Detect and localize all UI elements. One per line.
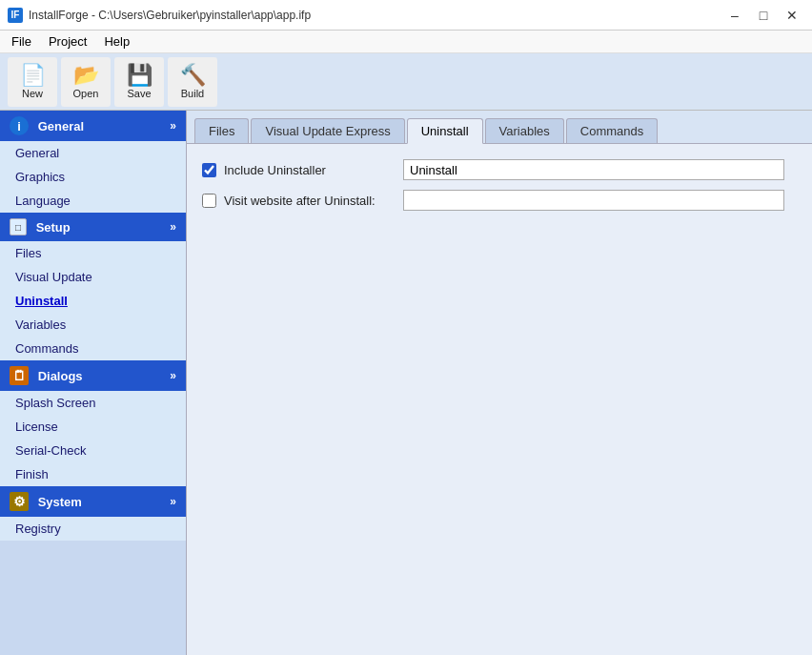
system-section-icon: ⚙ xyxy=(10,492,29,511)
sidebar-item-splash-screen[interactable]: Splash Screen xyxy=(0,391,186,415)
sidebar-item-serial-check[interactable]: Serial-Check xyxy=(0,439,186,462)
new-icon: 📄 xyxy=(20,65,46,86)
sidebar-item-variables[interactable]: Variables xyxy=(0,313,186,337)
close-button[interactable]: ✕ xyxy=(780,6,804,25)
visit-website-row: Visit website after Uninstall: xyxy=(202,190,797,211)
build-label: Build xyxy=(181,88,204,99)
sidebar-item-commands[interactable]: Commands xyxy=(0,337,186,360)
general-items: General Graphics Language xyxy=(0,141,186,213)
window-title: InstallForge - C:\Users\Gebruiker\pyinst… xyxy=(29,9,311,22)
tab-files[interactable]: Files xyxy=(194,118,249,143)
title-bar-left: IF InstallForge - C:\Users\Gebruiker\pyi… xyxy=(8,8,311,23)
new-label: New xyxy=(22,88,43,99)
menu-project[interactable]: Project xyxy=(41,32,94,51)
general-section-icon: i xyxy=(10,116,29,135)
app-icon: IF xyxy=(8,8,23,23)
sidebar-item-registry[interactable]: Registry xyxy=(0,517,186,541)
sidebar-item-language[interactable]: Language xyxy=(0,189,186,213)
sidebar: i General » General Graphics Language □ … xyxy=(0,111,187,655)
include-uninstaller-label: Include Uninstaller xyxy=(224,163,396,177)
system-chevron-icon: » xyxy=(170,495,176,508)
dialogs-section-label: Dialogs xyxy=(38,369,83,383)
sidebar-section-dialogs[interactable]: 🗒 Dialogs » xyxy=(0,360,186,391)
save-button[interactable]: 💾 Save xyxy=(114,57,164,107)
tab-visual-update-express[interactable]: Visual Update Express xyxy=(251,118,404,143)
build-icon: 🔨 xyxy=(180,65,206,86)
tab-commands[interactable]: Commands xyxy=(566,118,658,143)
build-button[interactable]: 🔨 Build xyxy=(168,57,217,107)
tab-variables[interactable]: Variables xyxy=(485,118,564,143)
uninstall-tab-content: Include Uninstaller Visit website after … xyxy=(187,144,812,655)
toolbar: 📄 New 📂 Open 💾 Save 🔨 Build xyxy=(0,53,812,111)
sidebar-item-license[interactable]: License xyxy=(0,415,186,439)
general-chevron-icon: » xyxy=(170,119,176,133)
open-icon: 📂 xyxy=(73,65,99,86)
save-icon: 💾 xyxy=(127,65,152,86)
sidebar-item-general[interactable]: General xyxy=(0,141,186,165)
tab-uninstall[interactable]: Uninstall xyxy=(407,118,483,144)
visit-website-label: Visit website after Uninstall: xyxy=(224,194,396,208)
setup-chevron-icon: » xyxy=(170,220,176,234)
dialogs-chevron-icon: » xyxy=(170,369,176,382)
sidebar-item-graphics[interactable]: Graphics xyxy=(0,165,186,189)
open-label: Open xyxy=(73,88,99,99)
menu-file[interactable]: File xyxy=(4,32,39,51)
sidebar-item-uninstall[interactable]: Uninstall xyxy=(0,289,186,313)
sidebar-item-files[interactable]: Files xyxy=(0,241,186,265)
setup-items: Files Visual Update Uninstall Variables … xyxy=(0,241,186,360)
setup-section-icon: □ xyxy=(10,218,27,235)
menu-help[interactable]: Help xyxy=(96,32,137,51)
main-area: i General » General Graphics Language □ … xyxy=(0,111,812,655)
maximize-button[interactable]: □ xyxy=(751,6,776,25)
sidebar-section-setup[interactable]: □ Setup » xyxy=(0,213,186,241)
sidebar-item-visual-update[interactable]: Visual Update xyxy=(0,265,186,289)
minimize-button[interactable]: – xyxy=(722,6,747,25)
menu-bar: File Project Help xyxy=(0,31,812,53)
include-uninstaller-input[interactable] xyxy=(403,159,784,180)
general-section-label: General xyxy=(38,119,84,133)
new-button[interactable]: 📄 New xyxy=(8,57,57,107)
dialogs-items: Splash Screen License Serial-Check Finis… xyxy=(0,391,186,486)
open-button[interactable]: 📂 Open xyxy=(61,57,111,107)
content-panel: Files Visual Update Express Uninstall Va… xyxy=(187,111,812,655)
title-bar-controls: – □ ✕ xyxy=(722,6,804,25)
visit-website-input[interactable] xyxy=(403,190,784,211)
save-label: Save xyxy=(127,88,151,99)
dialogs-section-icon: 🗒 xyxy=(10,366,29,385)
sidebar-section-system[interactable]: ⚙ System » xyxy=(0,486,186,517)
tabs-bar: Files Visual Update Express Uninstall Va… xyxy=(187,111,812,144)
system-section-label: System xyxy=(38,495,82,509)
title-bar: IF InstallForge - C:\Users\Gebruiker\pyi… xyxy=(0,0,812,31)
sidebar-item-finish[interactable]: Finish xyxy=(0,462,186,486)
visit-website-checkbox[interactable] xyxy=(202,194,216,208)
system-items: Registry xyxy=(0,517,186,541)
sidebar-section-general[interactable]: i General » xyxy=(0,111,186,141)
include-uninstaller-checkbox[interactable] xyxy=(202,163,216,177)
setup-section-label: Setup xyxy=(36,220,71,235)
include-uninstaller-row: Include Uninstaller xyxy=(202,159,797,180)
